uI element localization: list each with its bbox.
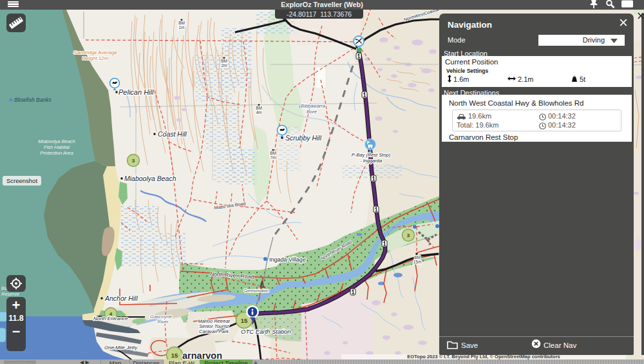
svg-text:P: P	[367, 140, 370, 145]
svg-text:North Entrance: North Entrance	[93, 316, 128, 321]
svg-text:Scrubby Hill: Scrubby Hill	[285, 134, 322, 142]
svg-text:4m: 4m	[256, 110, 261, 115]
svg-text:Miaboolya Beach: Miaboolya Beach	[38, 139, 75, 144]
svg-text:Caravan Park: Caravan Park	[199, 329, 229, 334]
svg-text:Height 12m: Height 12m	[82, 55, 109, 61]
svg-text:Protection Area: Protection Area	[40, 150, 73, 156]
svg-text:BM: BM	[270, 151, 276, 155]
svg-text:River: River	[157, 319, 169, 325]
svg-text:Blowfish Banks: Blowfish Banks	[14, 97, 52, 103]
svg-text:Pelican Hill: Pelican Hill	[118, 88, 154, 96]
svg-text:Fish Habitat: Fish Habitat	[44, 144, 70, 150]
svg-text:Bore: Bore	[307, 109, 317, 115]
svg-text:3: 3	[132, 158, 135, 164]
svg-text:OTC Earth Station: OTC Earth Station	[241, 328, 291, 335]
svg-text:15: 15	[171, 352, 178, 359]
svg-text:Anchor Hill: Anchor Hill	[104, 294, 138, 302]
svg-text:Bibbawarra: Bibbawarra	[301, 103, 325, 109]
svg-text:One Mile Jetty: One Mile Jetty	[104, 345, 138, 350]
svg-text:2m: 2m	[221, 63, 227, 68]
svg-text:1m: 1m	[178, 25, 184, 30]
svg-text:Reserve: Reserve	[1, 291, 19, 297]
svg-text:Coast Hill: Coast Hill	[158, 130, 187, 138]
svg-text:P-Bay (Rest Stop): P-Bay (Rest Stop)	[352, 152, 391, 158]
svg-text:3: 3	[407, 233, 410, 238]
svg-text:BM: BM	[256, 106, 262, 110]
svg-text:BM: BM	[178, 21, 185, 25]
svg-text:Sandridge Average: Sandridge Average	[73, 50, 117, 55]
svg-text:BM: BM	[221, 59, 227, 63]
svg-text:7m: 7m	[270, 155, 276, 160]
svg-text:BM: BM	[414, 255, 421, 260]
svg-text:- Inggarda: - Inggarda	[360, 158, 382, 164]
svg-text:15: 15	[241, 317, 248, 324]
svg-text:Communication: Communication	[244, 289, 269, 292]
svg-text:15m: 15m	[413, 260, 422, 264]
svg-text:Miaboolya Beach: Miaboolya Beach	[124, 175, 176, 182]
svg-text:Ingada Village: Ingada Village	[269, 256, 306, 263]
